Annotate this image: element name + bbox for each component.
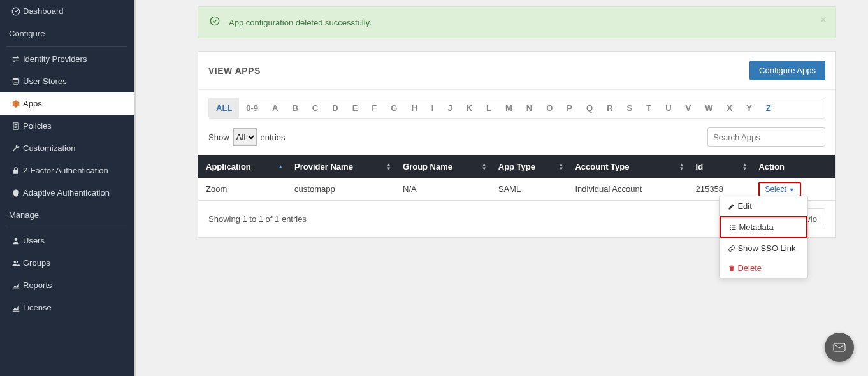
user-icon <box>9 236 23 245</box>
alpha-cell-p[interactable]: P <box>560 98 579 118</box>
sidebar-item-user-stores[interactable]: User Stores <box>0 70 134 92</box>
sidebar-item-label: Users <box>23 236 45 245</box>
sort-icon: ▲▼ <box>742 163 748 171</box>
select-button[interactable]: Select▼ <box>758 182 800 197</box>
svg-rect-13 <box>732 225 736 226</box>
chart-icon <box>9 303 23 312</box>
entries-label: entries <box>261 133 286 142</box>
divider <box>6 46 127 47</box>
dropdown-show-sso[interactable]: Show SSO Link <box>720 238 807 258</box>
alpha-cell-e[interactable]: E <box>345 98 365 118</box>
svg-point-2 <box>13 78 18 80</box>
svg-rect-17 <box>732 229 736 230</box>
alpha-cell-q[interactable]: Q <box>579 98 600 118</box>
database-icon <box>9 77 23 86</box>
sidebar: Dashboard Configure Identity Providers U… <box>0 0 134 376</box>
alpha-cell-all[interactable]: ALL <box>209 98 239 118</box>
th-group[interactable]: Group Name▲▼ <box>395 155 491 178</box>
alpha-cell-h[interactable]: H <box>404 98 424 118</box>
svg-point-1 <box>15 10 17 11</box>
svg-rect-7 <box>13 170 18 173</box>
sidebar-item-label: Identity Providers <box>23 54 87 64</box>
svg-rect-14 <box>730 227 732 228</box>
alpha-cell-i[interactable]: I <box>424 98 441 118</box>
sidebar-item-apps[interactable]: Apps <box>0 92 134 115</box>
sidebar-item-label: Dashboard <box>23 6 64 16</box>
alpha-cell-b[interactable]: B <box>285 98 305 118</box>
cell-action: Select▼ Edit Metadata <box>751 178 835 201</box>
th-account[interactable]: Account Type▲▼ <box>567 155 688 178</box>
alert-text: App configuration deleted successfully. <box>229 18 372 27</box>
alpha-cell-s[interactable]: S <box>620 98 640 118</box>
alpha-cell-t[interactable]: T <box>639 98 658 118</box>
svg-point-8 <box>15 238 18 241</box>
sidebar-item-label: User Stores <box>23 76 67 86</box>
sidebar-section-manage: Manage <box>0 204 134 226</box>
th-id[interactable]: Id▲▼ <box>688 155 751 178</box>
trash-icon <box>726 264 737 272</box>
entries-select[interactable]: All <box>233 128 257 146</box>
alpha-filter-row: ALL 0-9 A B C D E F G H I J K L M N O P … <box>208 98 825 119</box>
th-provider[interactable]: Provider Name▲▼ <box>287 155 395 178</box>
alpha-cell-g[interactable]: G <box>384 98 404 118</box>
users-icon <box>9 259 23 268</box>
alpha-cell-u[interactable]: U <box>658 98 678 118</box>
wrench-icon <box>9 144 23 153</box>
sort-icon: ▲▼ <box>386 163 391 171</box>
alpha-cell-v[interactable]: V <box>679 98 698 118</box>
mail-icon <box>832 340 847 355</box>
cell-application: Zoom <box>198 178 287 201</box>
alpha-cell-m[interactable]: M <box>498 98 519 118</box>
dropdown-metadata[interactable]: Metadata <box>720 216 807 238</box>
dropdown-delete[interactable]: Delete <box>720 258 807 278</box>
sidebar-item-customization[interactable]: Customization <box>0 137 134 159</box>
sidebar-item-label: 2-Factor Authentication <box>23 166 108 175</box>
edit-icon <box>726 203 737 210</box>
alpha-cell-a[interactable]: A <box>265 98 285 118</box>
cell-apptype: SAML <box>491 178 568 201</box>
alpha-cell-z[interactable]: Z <box>759 98 778 118</box>
apps-table: Application▲ Provider Name▲▼ Group Name▲… <box>198 155 835 201</box>
alpha-cell-j[interactable]: J <box>440 98 459 118</box>
sidebar-item-label: Policies <box>23 121 52 131</box>
chart-icon <box>9 281 23 290</box>
alpha-cell-c[interactable]: C <box>305 98 325 118</box>
lock-icon <box>9 166 23 175</box>
alpha-cell-y[interactable]: Y <box>739 98 759 118</box>
sidebar-item-2fa[interactable]: 2-Factor Authentication <box>0 159 134 182</box>
alpha-cell-f[interactable]: F <box>365 98 384 118</box>
svg-rect-16 <box>730 229 732 230</box>
sidebar-item-label: License <box>23 303 52 312</box>
alpha-cell-k[interactable]: K <box>459 98 479 118</box>
search-input[interactable] <box>707 127 825 147</box>
sidebar-item-policies[interactable]: Policies <box>0 115 134 137</box>
sidebar-item-groups[interactable]: Groups <box>0 252 134 274</box>
close-icon[interactable]: × <box>820 13 827 27</box>
alpha-cell-l[interactable]: L <box>479 98 498 118</box>
action-dropdown: Edit Metadata Show SSO Link <box>719 196 808 278</box>
sidebar-item-identity-providers[interactable]: Identity Providers <box>0 48 134 70</box>
sidebar-item-license[interactable]: License <box>0 296 134 319</box>
alpha-cell-0-9[interactable]: 0-9 <box>239 98 265 118</box>
sidebar-item-dashboard[interactable]: Dashboard <box>0 0 134 22</box>
alpha-cell-d[interactable]: D <box>325 98 345 118</box>
th-apptype[interactable]: App Type▲▼ <box>491 155 568 178</box>
alpha-cell-w[interactable]: W <box>698 98 720 118</box>
alpha-cell-x[interactable]: X <box>720 98 740 118</box>
configure-apps-button[interactable]: Configure Apps <box>749 61 825 80</box>
th-application[interactable]: Application▲ <box>198 155 287 178</box>
svg-rect-18 <box>834 343 845 351</box>
sidebar-item-users[interactable]: Users <box>0 229 134 252</box>
alpha-cell-o[interactable]: O <box>539 98 560 118</box>
apps-panel: VIEW APPS Configure Apps ALL 0-9 A B C D… <box>198 51 836 238</box>
chat-bubble-button[interactable] <box>825 333 854 362</box>
alpha-cell-r[interactable]: R <box>600 98 619 118</box>
sidebar-section-configure: Configure <box>0 22 134 45</box>
svg-rect-15 <box>732 227 736 228</box>
alpha-cell-n[interactable]: N <box>519 98 539 118</box>
sidebar-item-reports[interactable]: Reports <box>0 274 134 296</box>
dropdown-edit[interactable]: Edit <box>720 196 807 216</box>
box-icon <box>9 99 23 108</box>
svg-point-10 <box>17 261 18 263</box>
sidebar-item-adaptive-auth[interactable]: Adaptive Authentication <box>0 182 134 204</box>
